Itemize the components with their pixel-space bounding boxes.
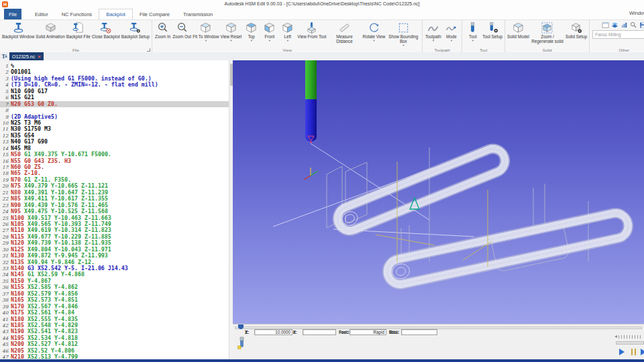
speed-slider-arrow-icon xyxy=(614,335,617,338)
ribbon-button[interactable]: Solid Model xyxy=(506,21,530,40)
statistics-icon[interactable] xyxy=(621,21,628,29)
ribbon-tab[interactable]: Transmission xyxy=(176,9,219,19)
current-tool-icon xyxy=(237,337,246,350)
code-line[interactable]: 47N210 X52.513 Y-4.799 xyxy=(0,354,229,359)
ribbon-button[interactable]: Tool ▾ xyxy=(464,21,482,43)
ribbon-button-icon xyxy=(466,21,479,34)
code-line[interactable]: 7N20 G53 G0 Z0. xyxy=(0,101,229,107)
axis-triad-icon xyxy=(304,168,318,180)
ribbon-button-icon xyxy=(129,21,142,34)
ribbon-button-icon xyxy=(99,21,112,34)
ribbon-group-toolpath: Toolpath ▾ Mode ▾ Toolpath xyxy=(423,20,462,53)
ribbon-button-icon xyxy=(156,21,169,34)
distance-row: R: xyxy=(389,329,437,335)
macro-icon[interactable] xyxy=(630,21,637,29)
ribbon-button[interactable]: Zoom Out xyxy=(172,21,192,40)
ribbon-button-icon xyxy=(281,21,294,34)
backplot-scene xyxy=(233,60,644,324)
nc-code-editor[interactable]: 1% 2O01001 3(Using high feed G1 F5000. i… xyxy=(0,60,229,359)
save-icon[interactable] xyxy=(639,21,644,29)
ribbon: Backplot Window Solid Animation Backplot… xyxy=(0,19,644,54)
ribbon-tab[interactable]: Backplot xyxy=(99,9,133,19)
ribbon-tab[interactable]: File xyxy=(4,9,21,19)
post-processor-select[interactable]: Fanuc Milling ▾ xyxy=(592,30,644,39)
coordinate-row: Z: 10.0000 xyxy=(245,329,292,335)
ribbon-button[interactable]: Measure Distance xyxy=(327,21,362,45)
ribbon-button[interactable]: Tool Setup xyxy=(482,21,503,40)
pause-button[interactable] xyxy=(631,349,636,355)
ribbon-tab[interactable]: Editor xyxy=(28,9,55,19)
ribbon-button-icon xyxy=(397,21,410,34)
ribbon-button[interactable]: Zoom In xyxy=(154,21,172,40)
close-icon[interactable]: × xyxy=(38,54,40,60)
ribbon-button[interactable]: Left ▾ xyxy=(278,21,297,43)
code-line[interactable]: 5N10 G90 G17 xyxy=(0,88,229,95)
document-tab[interactable]: O12325.nc × xyxy=(9,52,44,60)
layers-icon[interactable] xyxy=(611,21,619,29)
ribbon-button-icon xyxy=(245,21,258,34)
ribbon-button-icon xyxy=(72,21,85,34)
title-bar: H Autodesk HSM Edit 9.00.03 - [C:\Users\… xyxy=(0,0,644,9)
ribbon-button[interactable]: Backplot File xyxy=(66,21,91,40)
ribbon-button-icon xyxy=(445,21,458,34)
ribbon-button-icon xyxy=(512,21,525,34)
ribbon-tab[interactable]: File Compare xyxy=(133,9,176,19)
ribbon-button[interactable]: Front ▾ xyxy=(260,21,278,43)
ribbon-group-label: Other xyxy=(590,48,644,52)
arc-center-row: K: xyxy=(293,329,336,335)
ribbon-button[interactable]: View From Tool xyxy=(297,21,327,40)
coordinate-field[interactable]: 10.0000 xyxy=(254,329,292,335)
tool-flute xyxy=(305,99,317,141)
ribbon-group-label: File xyxy=(0,48,152,52)
ribbon-button[interactable]: Zoom / Regenerate solid xyxy=(530,21,565,45)
ribbon-group-label: Solid xyxy=(505,48,589,52)
ribbon-button[interactable]: Show Bounding Box ▾ xyxy=(386,21,421,48)
ribbon-button-icon xyxy=(263,21,276,34)
backplot-status-panel: X: 0.0000 Y: 0.0000 Z: 10.0000 I: J: xyxy=(233,329,644,359)
ribbon-group-label: Toolpath xyxy=(423,48,462,52)
ribbon-button[interactable]: Solid Setup xyxy=(565,21,588,40)
ribbon-group-label: Tool xyxy=(462,48,504,52)
ribbon-tab[interactable]: NC Functions xyxy=(55,9,99,19)
ribbon-button[interactable]: Close Backplot xyxy=(91,21,121,40)
ribbon-button-icon xyxy=(570,21,583,34)
ribbon-button-icon xyxy=(541,21,553,34)
ribbon-group-other: Fanuc Milling ▾ Other xyxy=(590,20,644,53)
backplot-3d-viewport[interactable] xyxy=(233,60,644,324)
tool-feed-field[interactable]: Rapid xyxy=(350,329,386,335)
ribbon-button[interactable]: Rotate View ▾ xyxy=(362,21,386,43)
ribbon-button[interactable]: Backplot Setup xyxy=(121,21,150,40)
code-line[interactable]: 11N30 S1750 M3 xyxy=(0,126,229,132)
ribbon-button[interactable]: Solid Animation xyxy=(35,21,65,40)
code-line[interactable]: 1% xyxy=(0,63,229,69)
ribbon-button-icon xyxy=(338,21,351,34)
menu-item-window[interactable]: Window xyxy=(629,10,644,16)
ribbon-button[interactable]: Toolpath ▾ xyxy=(424,21,442,43)
distance-field[interactable] xyxy=(401,329,437,335)
arc-center-field[interactable] xyxy=(303,329,336,335)
step-button[interactable] xyxy=(641,349,644,355)
ribbon-tab-row: File Editor NC Functions Backplot File C… xyxy=(0,9,644,19)
dialog-launcher-icon[interactable] xyxy=(147,48,150,52)
code-line[interactable]: 13N40 G17 G90 xyxy=(0,139,229,145)
ribbon-group-label: View xyxy=(152,48,422,52)
play-button[interactable] xyxy=(619,349,625,355)
bottom-strip xyxy=(0,359,644,362)
ribbon-button[interactable]: View Reset ▾ xyxy=(220,21,243,43)
cutting-tool xyxy=(305,60,317,143)
tool-holder xyxy=(305,60,317,99)
ribbon-button[interactable]: Backplot Window xyxy=(1,21,35,40)
ribbon-group-tool: Tool ▾ Tool Setup Tool xyxy=(462,20,505,53)
ribbon-button-icon xyxy=(427,21,439,34)
speed-slider[interactable] xyxy=(616,341,644,345)
options-window-icon[interactable] xyxy=(602,21,609,29)
svg-text:T: T xyxy=(2,54,5,60)
speed-slider-ticks xyxy=(619,335,641,339)
ribbon-group-file: Backplot Window Solid Animation Backplot… xyxy=(0,20,152,53)
ribbon-button-icon xyxy=(486,21,499,34)
ribbon-button[interactable]: Top ▾ xyxy=(242,21,260,43)
window-title: Autodesk HSM Edit 9.00.03 - [C:\Users\ab… xyxy=(0,1,644,6)
ribbon-button-icon xyxy=(44,21,57,34)
ribbon-button[interactable]: Mode ▾ xyxy=(442,21,460,43)
ribbon-button[interactable]: Fit To Window ▾ xyxy=(192,21,219,43)
